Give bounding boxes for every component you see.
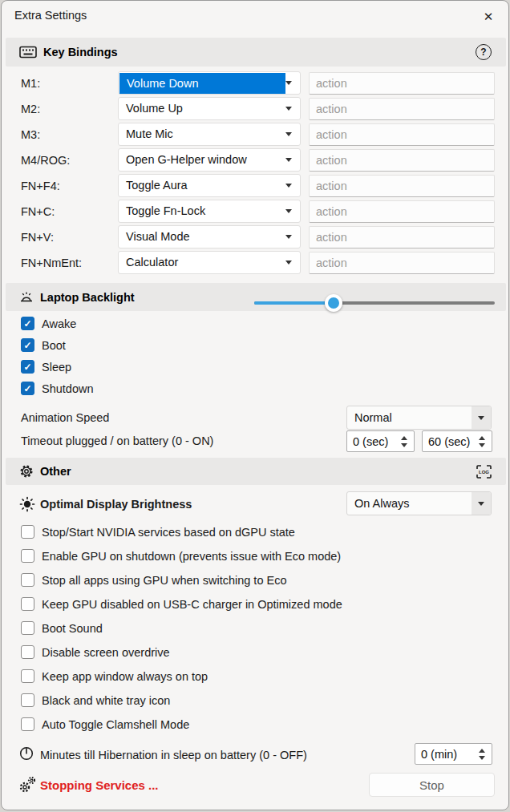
chevron-down-icon	[285, 107, 292, 111]
checkbox-gpu-shutdown[interactable]: Enable GPU on shutdown (prevents issue w…	[21, 549, 341, 563]
keybind-label: M2:	[21, 97, 40, 121]
laptop-backlight-title: Laptop Backlight	[40, 291, 135, 304]
gear-icon	[19, 464, 34, 479]
checkbox-unchecked-icon[interactable]	[21, 669, 34, 683]
hibernation-spinner[interactable]: 0 (min)	[415, 743, 492, 765]
keybind-action-input-m4rog[interactable]	[309, 149, 495, 172]
checkbox-unchecked-icon[interactable]	[21, 645, 34, 659]
checkbox-checked-icon[interactable]	[21, 360, 34, 374]
checkbox-checked-icon[interactable]	[21, 382, 34, 395]
checkbox-unchecked-icon[interactable]	[21, 693, 34, 707]
chevron-down-icon	[285, 235, 292, 239]
keybind-select-fnv[interactable]: Visual Mode	[118, 225, 301, 248]
keybind-select-fnnment[interactable]: Calculator	[118, 251, 301, 274]
window-title: Extra Settings	[14, 9, 87, 22]
checkbox-unchecked-icon[interactable]	[21, 717, 34, 731]
keybind-select-m2[interactable]: Volume Up	[118, 97, 301, 120]
checkbox-checked-icon[interactable]	[21, 317, 34, 330]
hibernation-label: Minutes till Hibernation in sleep on bat…	[40, 743, 307, 767]
status-text: Stopping Services ...	[40, 778, 159, 792]
keybind-label: FN+V:	[21, 225, 54, 249]
key-bindings-title: Key Bindings	[43, 46, 118, 59]
laptop-backlight-header: Laptop Backlight	[6, 283, 506, 311]
animation-speed-label: Animation Speed	[21, 406, 109, 430]
keybind-label: FN+C:	[21, 200, 55, 224]
key-bindings-header: Key Bindings ?	[6, 38, 506, 67]
checkbox-bw-tray-icon[interactable]: Black and white tray icon	[21, 693, 170, 707]
svg-text:LOG: LOG	[479, 470, 489, 475]
checkbox-unchecked-icon[interactable]	[21, 549, 34, 563]
timeout-label: Timeout plugged / on battery (0 - ON)	[21, 430, 213, 452]
checkbox-boot-sound[interactable]: Boot Sound	[21, 621, 103, 635]
checkbox-clamshell-mode[interactable]: Auto Toggle Clamshell Mode	[21, 717, 189, 731]
keybind-action-input-m3[interactable]	[309, 123, 495, 146]
other-title: Other	[40, 465, 71, 478]
chevron-down-icon	[472, 492, 491, 515]
spinner-arrows-icon[interactable]	[475, 436, 489, 447]
keybind-action-input-fnc[interactable]	[309, 200, 495, 223]
timeout-battery-spinner[interactable]: 60 (sec)	[422, 430, 492, 452]
keybind-select-m3[interactable]: Mute Mic	[118, 123, 301, 146]
checkbox-boot[interactable]: Boot	[21, 338, 66, 352]
checkbox-screen-overdrive[interactable]: Disable screen overdrive	[21, 645, 170, 659]
checkbox-always-on-top[interactable]: Keep app window always on top	[21, 669, 208, 683]
keybind-label: M1:	[21, 71, 40, 95]
keybind-label: M3:	[21, 123, 40, 147]
checkbox-unchecked-icon[interactable]	[21, 597, 34, 611]
help-icon[interactable]: ?	[476, 44, 492, 60]
keybind-label: M4/ROG:	[21, 148, 70, 172]
keybind-select-fnf4[interactable]: Toggle Aura	[118, 174, 301, 197]
checkbox-shutdown[interactable]: Shutdown	[21, 382, 94, 395]
keyboard-icon	[19, 46, 37, 59]
chevron-down-icon	[285, 132, 292, 136]
gears-icon	[18, 775, 37, 794]
brightness-label: Optimal Display Brightness	[40, 492, 192, 516]
chevron-down-icon	[285, 184, 292, 188]
keybind-label: FN+F4:	[21, 174, 60, 198]
chevron-down-icon	[285, 158, 292, 162]
other-header: Other LOG	[6, 458, 506, 485]
checkbox-stop-gpu-apps[interactable]: Stop all apps using GPU when switching t…	[21, 573, 286, 587]
extra-settings-window: Extra Settings ✕ Key Bindings ? M1: Volu…	[1, 0, 509, 810]
spinner-arrows-icon[interactable]	[397, 436, 411, 447]
keybind-action-input-m1[interactable]	[309, 72, 495, 95]
spinner-arrows-icon[interactable]	[475, 749, 489, 760]
close-icon[interactable]: ✕	[478, 7, 499, 26]
titlebar: Extra Settings ✕	[2, 1, 508, 34]
keybind-select-m4rog[interactable]: Open G-Helper window	[118, 148, 301, 172]
brightness-sun-icon	[19, 496, 35, 512]
chevron-down-icon	[285, 261, 292, 265]
keybind-action-input-fnf4[interactable]	[309, 175, 495, 197]
brightness-select[interactable]: On Always	[346, 491, 492, 515]
checkbox-gpu-usbc[interactable]: Keep GPU disabled on USB-C charger in Op…	[21, 597, 342, 611]
log-icon[interactable]: LOG	[476, 465, 492, 479]
stop-button[interactable]: Stop	[369, 773, 495, 797]
checkbox-unchecked-icon[interactable]	[21, 573, 34, 587]
timeout-plugged-spinner[interactable]: 0 (sec)	[346, 430, 415, 452]
chevron-down-icon	[285, 209, 292, 213]
keybind-select-fnc[interactable]: Toggle Fn-Lock	[118, 200, 301, 223]
backlight-icon	[19, 291, 34, 303]
checkbox-nvidia-services[interactable]: Stop/Start NVIDIA services based on dGPU…	[21, 525, 295, 539]
checkbox-unchecked-icon[interactable]	[21, 525, 34, 539]
hibernation-power-icon	[19, 746, 34, 761]
checkbox-awake[interactable]: Awake	[21, 317, 76, 330]
keybind-label: FN+NmEnt:	[21, 251, 82, 275]
keybind-action-input-fnv[interactable]	[309, 226, 495, 248]
animation-speed-select[interactable]: Normal	[346, 406, 492, 430]
backlight-slider-fill	[254, 301, 334, 305]
backlight-slider[interactable]	[254, 294, 495, 312]
checkbox-sleep[interactable]: Sleep	[21, 360, 71, 374]
checkbox-unchecked-icon[interactable]	[21, 621, 34, 635]
chevron-down-icon	[285, 81, 292, 85]
keybind-action-input-fnnment[interactable]	[309, 252, 495, 274]
checkbox-checked-icon[interactable]	[21, 338, 34, 352]
keybind-action-input-m2[interactable]	[309, 98, 495, 120]
backlight-slider-thumb[interactable]	[325, 294, 342, 312]
chevron-down-icon	[472, 406, 491, 429]
keybind-select-m1[interactable]: Volume Down	[118, 71, 301, 95]
